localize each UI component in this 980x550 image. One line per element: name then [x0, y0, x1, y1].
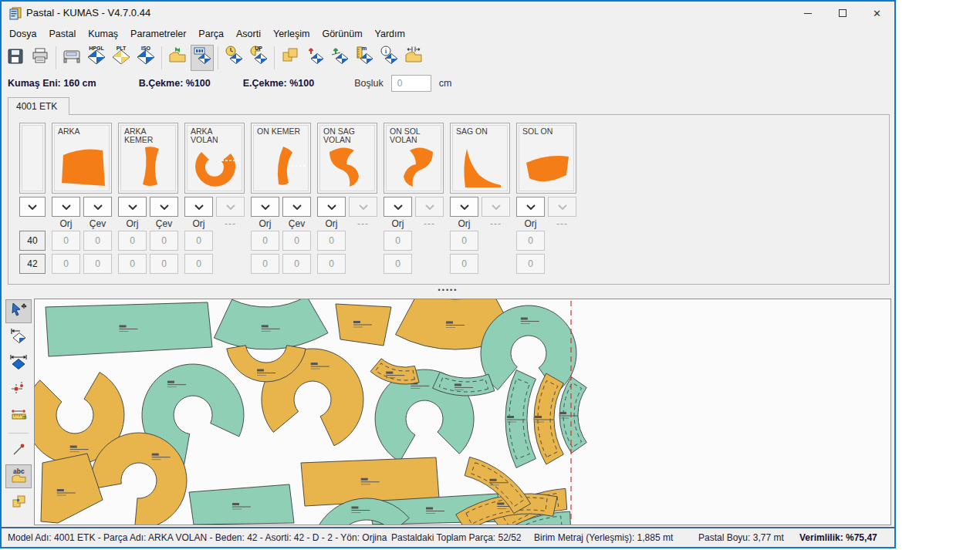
snap-points-tool-button[interactable]: [5, 378, 32, 402]
menu-item-5[interactable]: Asorti: [230, 26, 267, 42]
piece-dropdown-arka-kemer-orj[interactable]: [118, 197, 147, 217]
close-button[interactable]: ✕: [860, 2, 894, 25]
qty-cell-on-kemer-r0c1[interactable]: 0: [282, 231, 311, 251]
piece-dropdown-sol-on-orj[interactable]: [516, 197, 545, 217]
piece-dropdown-sag-on-orj[interactable]: [450, 197, 478, 217]
select-move-tool-button[interactable]: [5, 299, 32, 323]
qty-cell-on-sag-volan-r0c0[interactable]: 0: [317, 231, 346, 251]
info-icon: i: [379, 45, 399, 69]
qty-cell-arka-r0c1[interactable]: 0: [83, 231, 112, 251]
info-button[interactable]: i: [377, 45, 400, 71]
qty-cell-arka-volan-r0c0[interactable]: 0: [184, 231, 213, 251]
piece-dropdown-on-sol-volan-orj[interactable]: [384, 197, 412, 217]
flip-both-tool-button[interactable]: [5, 352, 32, 376]
piece-card-sag-on[interactable]: SAG ON: [450, 123, 510, 194]
qty-cell-arka-r0c0[interactable]: 0: [52, 231, 80, 251]
fabric-grid-button[interactable]: [191, 45, 214, 71]
qty-cell-sag-on-r0c0[interactable]: 0: [450, 231, 478, 251]
menu-item-7[interactable]: Görünüm: [316, 26, 368, 42]
rotate-line-tool-button[interactable]: [5, 438, 32, 462]
qty-cell-on-kemer-r1c1[interactable]: 0: [282, 254, 311, 274]
qty-cell-on-kemer-r0c0[interactable]: 0: [251, 231, 279, 251]
measure-ruler-tool-button[interactable]: m: [5, 404, 32, 428]
qty-cell-arka-kemer-r0c1[interactable]: 0: [150, 231, 178, 251]
qty-cell-arka-kemer-r1c1[interactable]: 0: [150, 254, 178, 274]
rotate-line-icon: [10, 440, 28, 460]
toolbar: HPGLPLTISOUPmi: [3, 43, 426, 73]
marker-piece[interactable]: [336, 304, 391, 346]
gap-input[interactable]: [391, 75, 431, 92]
flip-left-tool-button[interactable]: [5, 326, 32, 349]
qty-cell-arka-kemer-r0c0[interactable]: 0: [118, 231, 147, 251]
qty-cell-sol-on-r0c0[interactable]: 0: [516, 231, 545, 251]
qty-cell-sol-on-r1c0[interactable]: 0: [516, 254, 545, 274]
time-button[interactable]: [222, 45, 245, 71]
print-button[interactable]: [29, 45, 52, 71]
menu-item-6[interactable]: Yerleşim: [267, 26, 316, 42]
marker-piece[interactable]: [370, 359, 419, 384]
size-row-42[interactable]: 42: [19, 254, 46, 274]
minimize-button[interactable]: [790, 2, 825, 25]
qty-cell-arka-r1c1[interactable]: 0: [83, 254, 112, 274]
marker-piece[interactable]: [41, 454, 103, 523]
piece-card-arka-kemer[interactable]: ARKA KEMER: [118, 123, 178, 194]
size-row-40[interactable]: 40: [19, 231, 46, 251]
copy-pieces-button[interactable]: [279, 45, 302, 71]
save-button[interactable]: [4, 45, 27, 71]
maximize-button[interactable]: [825, 2, 860, 25]
qty-cell-arka-volan-r1c0[interactable]: 0: [184, 254, 213, 274]
piece-card-arka-volan[interactable]: ARKA VOLAN: [184, 123, 245, 194]
marker-piece[interactable]: [534, 373, 563, 464]
qty-cell-on-sol-volan-r1c0[interactable]: 0: [384, 254, 412, 274]
plt-export-button[interactable]: PLT: [110, 45, 133, 71]
piece-dropdown-arka-orj[interactable]: [52, 197, 80, 217]
piece-dropdown-on-kemer-cev[interactable]: [282, 197, 311, 217]
marker-piece[interactable]: [91, 433, 187, 525]
piece-dropdown-arka-volan-orj[interactable]: [184, 197, 213, 217]
piece-dropdown-arka-cev[interactable]: [83, 197, 112, 217]
piece-dropdown-on-sag-volan-orj[interactable]: [317, 197, 346, 217]
menu-item-4[interactable]: Parça: [192, 26, 230, 42]
marker-piece[interactable]: [505, 370, 536, 468]
model-tab[interactable]: 4001 ETK: [8, 97, 69, 115]
panel-splitter[interactable]: •••••: [2, 285, 894, 298]
menu-item-1[interactable]: Pastal: [42, 26, 82, 42]
plotter-button[interactable]: [60, 45, 83, 71]
qty-cell-on-sag-volan-r1c0[interactable]: 0: [317, 254, 346, 274]
hpgl-plot-button[interactable]: HPGL: [85, 45, 108, 71]
copy-piece-tool-button[interactable]: [5, 491, 32, 515]
menu-item-3[interactable]: Parametreler: [124, 26, 192, 42]
marker-region: mabc: [2, 298, 894, 527]
width-folder-button[interactable]: [402, 45, 425, 71]
marker-piece[interactable]: [214, 299, 328, 349]
arrow-up-green-button[interactable]: [328, 45, 351, 71]
marker-canvas[interactable]: [34, 299, 891, 525]
piece-card-on-sol-volan[interactable]: ON SOL VOLAN: [384, 123, 444, 194]
qty-cell-on-kemer-r1c0[interactable]: 0: [251, 254, 279, 274]
piece-card-on-sag-volan[interactable]: ON SAG VOLAN: [317, 123, 377, 194]
qty-cell-sag-on-r1c0[interactable]: 0: [450, 254, 478, 274]
menu-item-0[interactable]: Dosya: [3, 26, 42, 42]
qty-cell-arka-r1c0[interactable]: 0: [52, 254, 80, 274]
marker-piece[interactable]: [189, 484, 294, 525]
piece-card-sol-on[interactable]: SOL ON: [516, 123, 576, 194]
piece-card-arka[interactable]: ARKA: [52, 123, 112, 194]
qty-cell-arka-kemer-r1c0[interactable]: 0: [118, 254, 147, 274]
menu-item-2[interactable]: Kumaş: [82, 26, 124, 42]
marker-piece[interactable]: [46, 302, 212, 356]
qty-cell-on-sol-volan-r0c0[interactable]: 0: [384, 231, 412, 251]
refresh-import-button[interactable]: [166, 45, 189, 71]
label-abc-tool-button[interactable]: abc: [5, 464, 32, 488]
piece-dropdown-arka-kemer-cev[interactable]: [150, 197, 178, 217]
label-abc-icon: abc: [10, 467, 28, 486]
arrow-up-red-button[interactable]: [303, 45, 326, 71]
piece-card-on-kemer[interactable]: ON KEMER: [251, 123, 311, 194]
marker-piece[interactable]: [559, 377, 586, 454]
size-column-dropdown[interactable]: [19, 197, 46, 217]
piece-dropdown-on-kemer-orj[interactable]: [251, 197, 279, 217]
ruler-metre-button[interactable]: m: [353, 45, 376, 71]
time-up-button[interactable]: UP: [247, 45, 270, 71]
iso-export-button[interactable]: ISO: [134, 45, 157, 71]
column-label-orj: Orj: [251, 218, 279, 229]
menu-item-8[interactable]: Yardım: [369, 26, 411, 42]
